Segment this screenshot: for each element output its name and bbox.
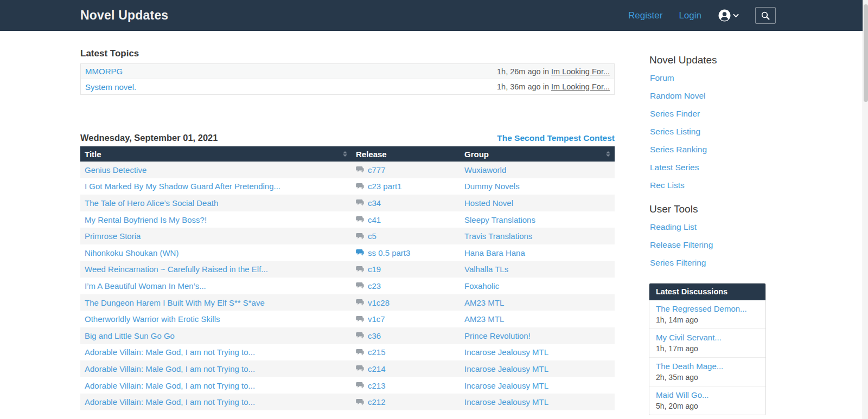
novel-title-link[interactable]: Otherworldly Warrior with Erotic Skills [85, 314, 220, 324]
title-cell: I’m A Beautiful Woman In Men’s... [80, 281, 352, 291]
table-row: Adorable Villain: Male God, I am not Try… [80, 360, 615, 377]
comments-icon[interactable] [356, 332, 364, 339]
group-link[interactable]: Travis Translations [464, 231, 532, 241]
sort-up-arrow [343, 151, 347, 153]
release-link[interactable]: c36 [368, 331, 381, 340]
sort-icon[interactable] [606, 151, 610, 157]
sort-icon[interactable] [343, 151, 347, 157]
group-link[interactable]: Incarose Jealousy MTL [464, 381, 548, 390]
sidebar-nav-link[interactable]: Series Listing [649, 123, 766, 140]
sidebar-tool-link[interactable]: Series Filtering [649, 254, 766, 272]
comments-icon[interactable] [356, 249, 364, 256]
group-link[interactable]: Hosted Novel [464, 198, 513, 208]
release-link[interactable]: c214 [368, 364, 386, 373]
release-link[interactable]: c41 [368, 215, 381, 224]
comments-icon[interactable] [356, 166, 364, 173]
release-link[interactable]: c777 [368, 165, 386, 175]
novel-title-link[interactable]: Genius Detective [85, 165, 146, 175]
group-link[interactable]: Prince Revolution! [464, 331, 531, 340]
sidebar-nav-link[interactable]: Forum [649, 69, 766, 87]
novel-title-link[interactable]: Nihonkoku Shoukan (WN) [85, 248, 178, 257]
sidebar-nav-link[interactable]: Latest Series [649, 158, 766, 176]
group-cell: Incarose Jealousy MTL [460, 364, 615, 373]
discussion-time: 2h, 35m ago [656, 373, 759, 382]
discussion-link[interactable]: The Death Mage... [656, 362, 759, 371]
release-link[interactable]: c212 [368, 397, 386, 407]
title-cell: Big and Little Sun Go Go [80, 331, 352, 340]
column-header-group[interactable]: Group [460, 146, 615, 162]
release-link[interactable]: c215 [368, 347, 386, 357]
novel-title-link[interactable]: The Tale of Hero Alice’s Social Death [85, 198, 218, 208]
comments-icon[interactable] [356, 365, 364, 372]
comments-icon[interactable] [356, 199, 364, 206]
column-header-release[interactable]: Release [352, 146, 460, 162]
search-button[interactable] [755, 7, 776, 24]
topic-forum-link[interactable]: Im Looking For... [551, 82, 610, 91]
novel-title-link[interactable]: Weed Reincarnation ~ Carefully Raised in… [85, 265, 268, 274]
discussion-link[interactable]: The Regressed Demon... [656, 304, 759, 313]
comments-icon[interactable] [356, 349, 364, 356]
title-cell: Primrose Storia [80, 231, 352, 241]
release-link[interactable]: v1c7 [368, 314, 385, 324]
release-link[interactable]: c23 [368, 281, 381, 291]
comments-icon[interactable] [356, 399, 364, 405]
discussion-link[interactable]: Maid Will Go... [656, 390, 759, 399]
group-link[interactable]: Incarose Jealousy MTL [464, 364, 548, 373]
contest-link[interactable]: The Second Tempest Contest [497, 133, 615, 143]
comments-icon[interactable] [356, 183, 364, 190]
comments-icon[interactable] [356, 266, 364, 273]
sidebar-nav-link[interactable]: Series Finder [649, 105, 766, 123]
novel-title-link[interactable]: Primrose Storia [85, 231, 141, 241]
group-link[interactable]: AM23 MTL [464, 298, 504, 307]
release-link[interactable]: c34 [368, 198, 381, 208]
comments-icon[interactable] [356, 233, 364, 240]
group-cell: AM23 MTL [460, 314, 615, 324]
column-header-title[interactable]: Title [80, 146, 352, 162]
novel-title-link[interactable]: I’m A Beautiful Woman In Men’s... [85, 281, 206, 291]
comments-icon[interactable] [356, 282, 364, 289]
comments-icon[interactable] [356, 316, 364, 323]
novel-title-link[interactable]: The Dungeon Harem I Built With My Elf S*… [85, 298, 265, 307]
group-link[interactable]: Incarose Jealousy MTL [464, 397, 548, 407]
novel-title-link[interactable]: I Got Marked By My Shadow Guard After Pr… [85, 182, 280, 191]
scrollbar-thumb[interactable] [864, 4, 868, 102]
novel-title-link[interactable]: My Rental Boyfriend Is My Boss?! [85, 215, 207, 224]
group-link[interactable]: Wuxiaworld [464, 165, 506, 175]
novel-title-link[interactable]: Adorable Villain: Male God, I am not Try… [85, 364, 255, 373]
group-link[interactable]: Sleepy Translations [464, 215, 535, 224]
comments-icon[interactable] [356, 382, 364, 389]
release-link[interactable]: v1c28 [368, 298, 390, 307]
group-link[interactable]: Foxaholic [464, 281, 499, 291]
novel-title-link[interactable]: Adorable Villain: Male God, I am not Try… [85, 381, 255, 390]
group-link[interactable]: Dummy Novels [464, 182, 520, 191]
group-link[interactable]: Incarose Jealousy MTL [464, 347, 548, 357]
sidebar-tool-link[interactable]: Release Filtering [649, 236, 766, 254]
release-link[interactable]: ss 0.5 part3 [368, 248, 410, 257]
user-menu[interactable] [718, 9, 739, 22]
comments-icon[interactable] [356, 299, 364, 306]
novel-title-link[interactable]: Adorable Villain: Male God, I am not Try… [85, 397, 255, 407]
novel-title-link[interactable]: Adorable Villain: Male God, I am not Try… [85, 347, 255, 357]
comments-icon[interactable] [356, 216, 364, 223]
topic-link[interactable]: MMORPG [85, 67, 123, 76]
topic-forum-link[interactable]: Im Looking For... [551, 67, 610, 76]
release-link[interactable]: c5 [368, 231, 376, 241]
sidebar-nav-link[interactable]: Series Ranking [649, 140, 766, 158]
register-link[interactable]: Register [628, 10, 662, 21]
sidebar-nav-link[interactable]: Rec Lists [649, 176, 766, 194]
discussion-link[interactable]: My Civil Servant... [656, 333, 759, 342]
topic-link[interactable]: System novel. [85, 82, 136, 92]
group-link[interactable]: Hana Bara Hana [464, 248, 525, 257]
release-link[interactable]: c213 [368, 381, 386, 390]
discussion-item: Maid Will Go... 5h, 20m ago [649, 386, 765, 415]
release-link[interactable]: c23 part1 [368, 182, 402, 191]
novel-title-link[interactable]: Big and Little Sun Go Go [85, 331, 175, 340]
group-link[interactable]: AM23 MTL [464, 314, 504, 324]
scrollbar[interactable] [863, 0, 868, 419]
login-link[interactable]: Login [679, 10, 701, 21]
group-link[interactable]: Valhalla TLs [464, 265, 508, 274]
release-link[interactable]: c19 [368, 265, 381, 274]
sidebar-nav-link[interactable]: Random Novel [649, 87, 766, 105]
sidebar-tool-link[interactable]: Reading List [649, 218, 766, 236]
release-cell: c19 [352, 265, 460, 274]
